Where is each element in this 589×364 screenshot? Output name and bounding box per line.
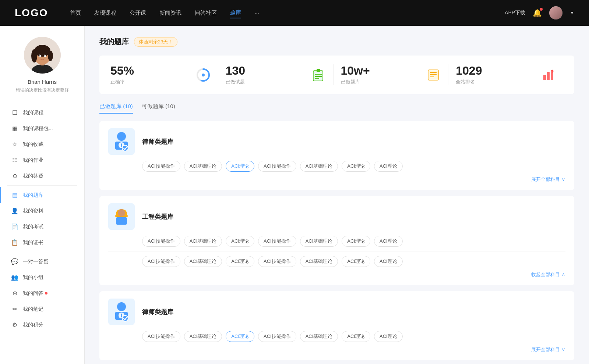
menu-my-courses[interactable]: ☐ 我的课程: [0, 105, 84, 121]
tag-1-3[interactable]: ACI技能操作: [258, 161, 296, 172]
menu-label: 我的课程包...: [23, 125, 53, 132]
menu-certificate[interactable]: 📋 我的证书: [0, 235, 84, 250]
tag-1-6[interactable]: ACI理论: [374, 161, 403, 172]
tag-3-3[interactable]: ACI技能操作: [258, 331, 296, 342]
package-icon: ▦: [11, 125, 18, 132]
tag-2-11[interactable]: ACI基础理论: [300, 256, 338, 267]
cert-icon: 📋: [11, 239, 18, 246]
tag-1-0[interactable]: ACI技能操作: [142, 161, 180, 172]
profile-avatar[interactable]: [24, 37, 61, 74]
notification-bell[interactable]: 🔔: [533, 8, 542, 17]
tab-done-banks[interactable]: 已做题库 (10): [99, 103, 133, 114]
tag-1-1[interactable]: ACI基础理论: [184, 161, 222, 172]
tab-available-banks[interactable]: 可做题库 (10): [142, 103, 175, 114]
menu-qbank[interactable]: ▤ 我的题库: [0, 187, 84, 203]
menu-label: 我的题库: [23, 192, 43, 199]
stat-rank: 1029 全站排名: [448, 64, 563, 85]
qa-icon: ⊙: [11, 172, 18, 179]
user-menu-chevron[interactable]: ▼: [570, 10, 574, 15]
sidebar-profile: Brian Harris 错误的决定比没有决定要好: [0, 26, 84, 101]
page-title: 我的题库: [99, 37, 129, 47]
nav-news[interactable]: 新闻资讯: [159, 8, 181, 18]
menu-qa[interactable]: ⊙ 我的答疑: [0, 168, 84, 184]
clipboard-icon: [311, 68, 326, 82]
menu-course-package[interactable]: ▦ 我的课程包...: [0, 121, 84, 136]
menu-group[interactable]: 👥 我的小组: [0, 270, 84, 285]
stat-accuracy: 55% 正确率: [110, 64, 218, 85]
stat-done-banks: 10w+ 已做题库: [334, 64, 449, 85]
menu-my-qa[interactable]: ⊛ 我的问答: [0, 285, 84, 301]
tag-2-7[interactable]: ACI技能操作: [142, 256, 180, 267]
menu-favorites[interactable]: ☆ 我的收藏: [0, 136, 84, 152]
nav-discover[interactable]: 发现课程: [94, 8, 116, 18]
tag-1-2[interactable]: ACI理论: [226, 161, 254, 172]
menu-homework[interactable]: ☷ 我的作业: [0, 152, 84, 168]
nav-open-course[interactable]: 公开课: [130, 8, 146, 18]
my-qa-icon: ⊛: [11, 290, 18, 297]
menu-label: 我的课程: [23, 110, 43, 116]
menu-label: 我的积分: [23, 322, 43, 328]
svg-point-36: [122, 315, 128, 321]
tag-2-9[interactable]: ACI理论: [226, 256, 254, 267]
tag-2-6[interactable]: ACI理论: [374, 236, 403, 247]
stat-done-b-label: 已做题库: [341, 79, 420, 85]
qbank-expand-1[interactable]: 展开全部科目 ∨: [108, 176, 565, 183]
avatar-image: [549, 6, 562, 19]
app-download-button[interactable]: APP下载: [505, 10, 525, 16]
svg-point-33: [117, 302, 126, 311]
tag-3-2[interactable]: ACI理论: [226, 331, 254, 342]
nav-qbank[interactable]: 题库: [230, 8, 241, 18]
tag-1-4[interactable]: ACI基础理论: [300, 161, 338, 172]
tag-2-1[interactable]: ACI基础理论: [184, 236, 222, 247]
nav-home[interactable]: 首页: [70, 8, 81, 18]
accuracy-icon: [196, 68, 211, 82]
navbar-right: APP下载 🔔 ▼: [505, 6, 574, 19]
lawyer-icon-2: [112, 301, 131, 322]
tag-2-8[interactable]: ACI基础理论: [184, 256, 222, 267]
menu-tutor[interactable]: 💬 一对一答疑: [0, 254, 84, 270]
svg-point-29: [122, 145, 128, 151]
svg-point-9: [39, 56, 40, 57]
qbank-expand-3[interactable]: 展开全部科目 ∨: [108, 346, 565, 353]
qbank-collapse-2[interactable]: 收起全部科目 ∧: [108, 271, 565, 278]
profile-name: Brian Harris: [28, 79, 57, 85]
menu-exam[interactable]: 📄 我的考试: [0, 219, 84, 235]
tag-2-3[interactable]: ACI技能操作: [258, 236, 296, 247]
qa-notification-dot: [45, 292, 47, 295]
tag-3-6[interactable]: ACI理论: [374, 331, 403, 342]
tag-3-4[interactable]: ACI基础理论: [300, 331, 338, 342]
tag-2-13[interactable]: ACI理论: [374, 256, 403, 267]
tag-2-4[interactable]: ACI基础理论: [300, 236, 338, 247]
stat-rank-label: 全站排名: [456, 79, 535, 85]
stat-rank-value: 1029: [456, 64, 535, 77]
qbank-tags-2-row1: ACI技能操作 ACI基础理论 ACI理论 ACI技能操作 ACI基础理论 AC…: [108, 236, 565, 247]
stat-accuracy-values: 55% 正确率: [110, 64, 190, 85]
stat-done-q-values: 130 已做试题: [226, 64, 305, 85]
menu-label: 我的笔记: [23, 306, 43, 313]
qbank-tags-1: ACI技能操作 ACI基础理论 ACI理论 ACI技能操作 ACI基础理论 AC…: [108, 161, 565, 172]
tag-3-0[interactable]: ACI技能操作: [142, 331, 180, 342]
tag-2-5[interactable]: ACI理论: [342, 236, 370, 247]
tag-2-10[interactable]: ACI技能操作: [258, 256, 296, 267]
tag-2-0[interactable]: ACI技能操作: [142, 236, 180, 247]
menu-label: 我的证书: [23, 239, 43, 246]
nav-more[interactable]: ···: [254, 8, 259, 18]
tag-2-2[interactable]: ACI理论: [226, 236, 254, 247]
menu-notes[interactable]: ✏ 我的笔记: [0, 301, 84, 317]
svg-rect-15: [317, 69, 320, 72]
engineer-icon: [112, 206, 131, 227]
qbank-tags-2-row2: ACI技能操作 ACI基础理论 ACI理论 ACI技能操作 ACI基础理论 AC…: [108, 256, 565, 267]
tag-3-5[interactable]: ACI理论: [342, 331, 370, 342]
user-avatar[interactable]: [549, 6, 562, 19]
profile-motto: 错误的决定比没有决定要好: [16, 87, 69, 93]
menu-points[interactable]: ⚙ 我的积分: [0, 317, 84, 333]
nav-qa[interactable]: 问答社区: [195, 8, 217, 18]
page-header: 我的题库 体验剩余23天！: [99, 37, 574, 47]
tag-1-5[interactable]: ACI理论: [342, 161, 370, 172]
menu-profile[interactable]: 👤 我的资料: [0, 203, 84, 219]
tag-2-12[interactable]: ACI理论: [342, 256, 370, 267]
svg-point-6: [48, 51, 53, 61]
svg-point-13: [202, 74, 205, 76]
menu-label: 我的作业: [23, 157, 43, 164]
tag-3-1[interactable]: ACI基础理论: [184, 331, 222, 342]
